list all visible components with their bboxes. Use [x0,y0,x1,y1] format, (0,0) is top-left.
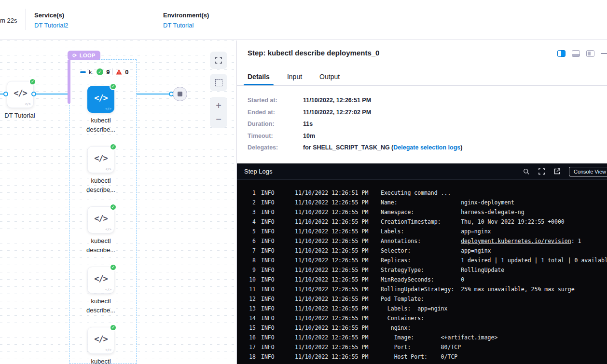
node-kubectl-describe-2[interactable]: </></>✓ [87,206,114,233]
log-level: INFO [261,246,275,256]
node-kubectl-describe-1[interactable]: </></>✓ [87,146,114,173]
log-message: RollingUpdateStrategy: 25% max unavailab… [381,284,575,294]
elapsed-time: m 22s [0,17,17,24]
code-icon: </> [88,214,114,223]
log-line-7: 7INFO11/10/2022 12:26:55 PMSelector: app… [237,246,607,256]
log-line-number: 18 [244,352,256,362]
log-line-8: 8INFO11/10/2022 12:26:55 PMReplicas: 1 d… [237,256,607,265]
detail-value: for SHELL_SCRIPT_TASK_NG (Delegate selec… [303,145,462,151]
log-line-1: 1INFO11/10/2022 12:26:51 PMExecuting com… [237,188,607,198]
fullscreen-icon [215,56,222,64]
connector-line [137,94,174,94]
pipeline-canvas[interactable]: </> </> ✓ DT Tutorial ⟳ LOOP k. ✓ 9 0 </… [0,40,237,364]
log-timestamp: 11/10/2022 12:26:55 PM [295,265,368,275]
tab-input[interactable]: Input [287,70,302,85]
divider [112,68,113,75]
canvas-zoom-panel: + − [210,97,227,128]
success-badge-icon: ✓ [110,83,117,90]
console-view-button[interactable]: Console View [569,167,607,176]
log-line-number: 1 [244,188,256,198]
loop-icon: ⟳ [72,53,77,59]
log-message: Executing command ... [381,188,451,198]
service-label: Service(s) [34,12,69,19]
log-line-16: 16INFO11/10/2022 12:26:55 PM Image: <+ar… [237,333,607,342]
node-kubectl-describe-0[interactable]: </></>✓ [87,86,114,113]
marquee-select-icon [215,79,222,86]
log-line-3: 3INFO11/10/2022 12:26:55 PMNamespace: ha… [237,207,607,217]
delegate-selection-logs-link[interactable]: Delegate selection logs [393,144,460,151]
log-line-number: 16 [244,333,256,342]
right-view-icon[interactable] [586,50,594,57]
step-logs-title: Step Logs [244,168,273,175]
canvas-select-button[interactable] [210,74,227,91]
stage-end-node[interactable] [173,87,187,101]
log-level: INFO [261,236,275,246]
log-level: INFO [261,333,275,342]
log-line-number: 12 [244,294,256,304]
split-view-icon[interactable] [557,50,566,57]
shell-script-mini-icon: </> [25,102,31,106]
node-kubectl-describe-3[interactable]: </></>✓ [87,267,114,294]
log-message: StrategyType: RollingUpdate [381,265,504,275]
search-icon[interactable] [523,168,530,175]
log-level: INFO [261,323,275,333]
log-line-number: 6 [244,236,256,246]
log-timestamp: 11/10/2022 12:26:55 PM [295,304,368,313]
detail-label: Delegates: [248,145,303,151]
log-level: INFO [261,207,275,217]
environment-label: Environment(s) [163,12,209,19]
detail-value: 11s [303,121,313,128]
zoom-out-button[interactable]: − [210,114,227,124]
log-line-4: 4INFO11/10/2022 12:26:55 PMCreationTimes… [237,217,607,227]
detail-row: Timeout: 10m [248,133,462,140]
log-timestamp: 11/10/2022 12:26:55 PM [295,227,368,236]
minimize-icon[interactable] [601,53,607,54]
log-line-number: 11 [244,284,256,294]
environment-link[interactable]: DT Tutorial [163,22,209,29]
log-timestamp: 11/10/2022 12:26:55 PM [295,246,368,256]
tab-details[interactable]: Details [248,70,270,85]
log-level: INFO [261,265,275,275]
shell-script-mini-icon: </> [105,288,111,292]
environment-block: Environment(s) DT Tutorial [163,12,209,29]
log-timestamp: 11/10/2022 12:26:55 PM [295,323,368,333]
warning-count: 0 [125,68,128,76]
loop-badge[interactable]: ⟳ LOOP [68,51,100,60]
log-link[interactable]: deployment.kubernetes.io/revision [461,238,571,244]
node-label: kubectldescribe... [72,297,130,315]
service-link[interactable]: DT Tutorial2 [34,22,69,29]
log-message: MinReadySeconds: 0 [381,275,464,284]
log-message: Annotations: deployment.kubernetes.io/re… [381,236,581,246]
log-timestamp: 11/10/2022 12:26:55 PM [295,284,368,294]
open-in-new-icon[interactable] [553,168,561,175]
log-message: Pod Template: [381,294,424,304]
panel-layout-controls [557,50,607,57]
log-timestamp: 11/10/2022 12:26:55 PM [295,198,368,207]
tab-output[interactable]: Output [319,70,340,85]
node-dt-tutorial[interactable]: </> </> ✓ [7,81,34,108]
detail-label: Started at: [248,97,303,104]
node-kubectl-describe-4[interactable]: </></>✓ [87,327,114,354]
detail-value: 11/10/2022, 12:27:02 PM [303,109,371,116]
step-logs-console[interactable]: 1INFO11/10/2022 12:26:51 PMExecuting com… [237,180,607,364]
collapse-icon[interactable] [80,71,86,73]
log-line-12: 12INFO11/10/2022 12:26:55 PMPod Template… [237,294,607,304]
loop-group-header: k. ✓ 9 0 [80,68,129,76]
log-line-number: 9 [244,265,256,275]
fullscreen-logs-icon[interactable] [538,168,545,175]
zoom-in-button[interactable]: + [210,101,227,110]
bottom-view-icon[interactable] [572,50,580,57]
detail-row: Duration: 11s [248,121,462,128]
log-level: INFO [261,275,275,284]
log-message: Namespace: harness-delegate-ng [381,207,524,217]
detail-row-delegates: Delegates: for SHELL_SCRIPT_TASK_NG (Del… [248,145,462,151]
code-icon: </> [88,153,114,163]
log-message: Image: <+artifact.image> [381,333,497,342]
canvas-fullscreen-button[interactable] [210,52,227,69]
log-line-number: 2 [244,198,256,207]
detail-value: 10m [303,133,315,140]
warning-triangle-icon [116,69,122,75]
detail-row: Started at: 11/10/2022, 12:26:51 PM [248,97,462,104]
log-line-13: 13INFO11/10/2022 12:26:55 PM Labels: app… [237,304,607,313]
log-line-6: 6INFO11/10/2022 12:26:55 PMAnnotations: … [237,236,607,246]
